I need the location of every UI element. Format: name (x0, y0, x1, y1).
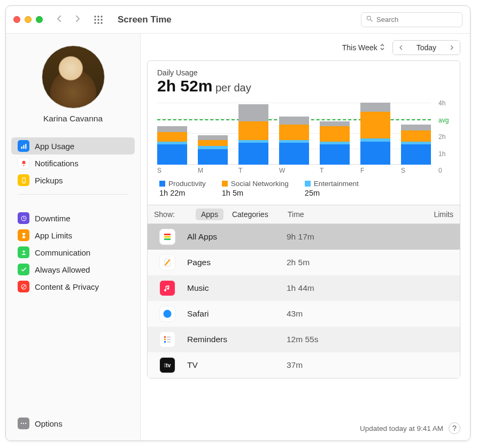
titlebar: Screen Time (6, 6, 470, 34)
prev-period-button[interactable] (393, 41, 409, 55)
per-day-label: per day (212, 82, 251, 94)
svg-rect-11 (21, 146, 22, 149)
sidebar-item-notifications[interactable]: Notifications (6, 155, 140, 172)
x-tick: M (198, 167, 228, 174)
sidebar-item-downtime[interactable]: Downtime (6, 210, 140, 227)
sidebar-item-label: Downtime (35, 214, 71, 223)
today-button[interactable]: Today (409, 41, 444, 55)
daily-average-value: 2h 52m (157, 77, 212, 95)
x-tick: F (360, 167, 390, 174)
period-label: This Week (342, 43, 377, 52)
legend-productivity: Productivity1h 22m (159, 180, 206, 197)
svg-point-21 (21, 423, 22, 424)
app-rows: All Apps9h 17mPages2h 5mMusic1h 44mSafar… (148, 224, 460, 378)
sidebar: Karina Cavanna App UsageNotificationsPic… (6, 34, 141, 441)
toggle-categories[interactable]: Categories (227, 208, 274, 220)
chevron-updown-icon (380, 43, 385, 53)
notifications-icon (18, 157, 29, 169)
app-icon: tv (159, 357, 175, 373)
col-time-header[interactable]: Time (288, 210, 395, 219)
show-label: Show: (154, 210, 196, 219)
usage-chart: SMTWTFS 4havg2h1h0 (157, 99, 450, 174)
bar-6 (401, 103, 431, 165)
legend-swatch (305, 181, 311, 187)
search-input[interactable] (376, 16, 458, 24)
svg-point-30 (164, 338, 166, 340)
svg-point-3 (94, 19, 96, 20)
svg-point-29 (164, 336, 166, 338)
sidebar-item-always[interactable]: Always Allowed (6, 261, 140, 278)
user-avatar[interactable] (42, 45, 105, 109)
sidebar-item-label: App Usage (35, 142, 74, 151)
legend-entertainment: Entertainment25m (305, 180, 359, 197)
svg-rect-13 (25, 144, 26, 149)
always-icon (18, 264, 29, 275)
bar-5 (360, 103, 390, 165)
app-time: 12m 55s (287, 335, 394, 344)
x-tick: S (157, 167, 187, 174)
toggle-apps[interactable]: Apps (196, 208, 223, 220)
search-field[interactable] (361, 12, 462, 27)
svg-point-6 (94, 22, 96, 24)
communication-icon (18, 246, 29, 258)
svg-rect-12 (23, 145, 24, 149)
zoom-window-button[interactable] (36, 16, 43, 23)
svg-point-14 (23, 165, 24, 166)
back-button[interactable] (52, 13, 66, 27)
chart-legend: Productivity1h 22mSocial Networking1h 5m… (148, 174, 460, 205)
table-header: Show: Apps Categories Time Limits (148, 205, 460, 224)
sidebar-item-label: Options (35, 419, 63, 428)
content-icon (18, 281, 29, 292)
svg-point-0 (94, 16, 96, 17)
app-name: Safari (187, 309, 287, 319)
table-row[interactable]: tvTV37m (148, 352, 460, 378)
svg-line-10 (371, 19, 373, 21)
period-controls: This Week Today (141, 34, 470, 60)
col-limits-header[interactable]: Limits (395, 210, 453, 219)
all-prefs-icon[interactable] (93, 14, 104, 25)
minimize-window-button[interactable] (25, 16, 32, 23)
sidebar-item-label: Notifications (35, 159, 79, 168)
options-icon (18, 418, 29, 429)
forward-button[interactable] (71, 13, 84, 27)
table-row[interactable]: Pages2h 5m (148, 250, 460, 275)
bar-2 (238, 103, 268, 165)
sidebar-item-content[interactable]: Content & Privacy (6, 278, 140, 295)
svg-rect-25 (164, 236, 171, 238)
date-nav: Today (392, 40, 460, 55)
table-row[interactable]: Reminders12m 55s (148, 327, 460, 352)
close-window-button[interactable] (13, 16, 20, 23)
sidebar-item-app-usage[interactable]: App Usage (11, 137, 135, 155)
downtime-icon (18, 212, 29, 224)
next-period-button[interactable] (444, 41, 460, 55)
sidebar-item-app-limits[interactable]: App Limits (6, 227, 140, 244)
svg-line-20 (22, 285, 25, 288)
sidebar-item-label: Always Allowed (35, 265, 90, 274)
app-name: TV (187, 360, 287, 370)
table-row[interactable]: Music1h 44m (148, 275, 460, 301)
main-content: This Week Today Daily Us (141, 34, 470, 441)
sidebar-item-communication[interactable]: Communication (6, 244, 140, 261)
table-row[interactable]: All Apps9h 17m (148, 224, 460, 250)
show-toggle: Apps Categories (196, 208, 288, 220)
sidebar-item-options[interactable]: Options (6, 415, 140, 432)
app-time: 43m (287, 309, 394, 319)
sidebar-item-label: App Limits (35, 231, 72, 240)
table-row[interactable]: Safari43m (148, 301, 460, 327)
period-picker[interactable]: This Week (339, 41, 388, 55)
bar-0 (157, 103, 187, 165)
sidebar-item-label: Content & Privacy (35, 282, 99, 291)
svg-point-1 (97, 16, 99, 17)
svg-point-16 (23, 182, 24, 182)
bar-4 (320, 103, 350, 165)
sidebar-item-pickups[interactable]: Pickups (6, 172, 140, 189)
pickups-icon (18, 174, 29, 186)
help-button[interactable]: ? (449, 422, 460, 434)
app-time: 9h 17m (287, 232, 394, 242)
svg-point-23 (25, 423, 26, 424)
screen-time-window: Screen Time Karina Cavanna App UsageNoti… (5, 5, 471, 441)
svg-point-4 (97, 19, 99, 20)
x-tick: T (320, 167, 350, 174)
x-tick: T (238, 167, 268, 174)
svg-rect-24 (164, 234, 171, 235)
